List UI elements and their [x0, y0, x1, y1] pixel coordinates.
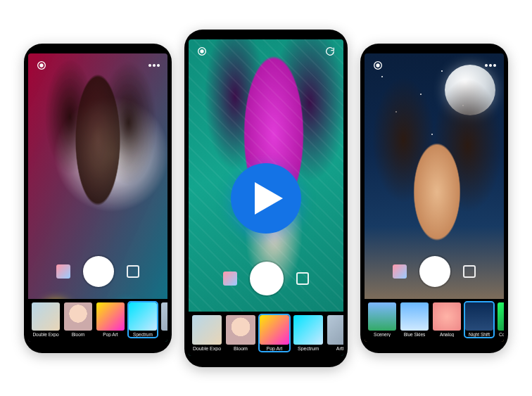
filter-thumbnail: [226, 315, 255, 345]
phone-left: Double ExpoBloomPop ArtSpectrumArtful: [24, 44, 172, 353]
svg-point-9: [485, 64, 488, 67]
phone-right: SceneryBlue SkiesAnalogNight ShiftComic …: [360, 44, 508, 353]
svg-point-2: [148, 64, 151, 67]
play-video-button[interactable]: [231, 163, 301, 234]
capture-controls: [189, 262, 343, 295]
filter-analog[interactable]: Analog: [432, 302, 462, 338]
filter-label: Spectrum: [133, 332, 153, 337]
capture-controls: [28, 256, 167, 287]
filter-artful[interactable]: Artful: [160, 302, 167, 338]
filter-label: Artful: [336, 346, 343, 351]
filter-pop-art[interactable]: Pop Art: [259, 314, 290, 352]
filter-thumbnail: [368, 302, 396, 331]
filter-label: Spectrum: [298, 346, 319, 351]
filter-label: Scenery: [374, 332, 391, 337]
shutter-button[interactable]: [83, 256, 114, 287]
filter-pop-art[interactable]: Pop Art: [96, 302, 125, 338]
filter-label: Bloom: [234, 346, 248, 351]
filter-bloom[interactable]: Bloom: [225, 314, 256, 352]
filter-bloom[interactable]: Bloom: [63, 302, 93, 338]
svg-point-3: [153, 64, 156, 67]
filter-blue-skies[interactable]: Blue Skies: [400, 302, 429, 338]
refresh-icon[interactable]: [324, 45, 336, 58]
filter-thumbnail: [129, 302, 157, 331]
shutter-button[interactable]: [419, 256, 450, 287]
aspect-toggle[interactable]: [296, 272, 309, 285]
filter-thumbnail: [260, 315, 289, 345]
filter-spectrum[interactable]: Spectrum: [293, 314, 324, 352]
filter-thumbnail: [64, 302, 92, 331]
target-icon[interactable]: [35, 59, 48, 72]
filter-thumbnail: [32, 302, 60, 331]
screen: SceneryBlue SkiesAnalogNight ShiftComic …: [365, 53, 504, 342]
filter-comic-skies[interactable]: Comic Skies: [497, 302, 504, 338]
more-icon[interactable]: [484, 59, 497, 72]
filter-thumbnail: [192, 315, 222, 345]
filter-thumbnail: [498, 302, 504, 331]
shutter-button[interactable]: [250, 262, 284, 295]
filter-thumbnail: [161, 302, 167, 331]
filter-label: Pop Art: [267, 346, 283, 351]
filter-label: Pop Art: [103, 332, 118, 337]
target-icon[interactable]: [196, 45, 208, 58]
gallery-thumbnail[interactable]: [223, 272, 237, 286]
gallery-thumbnail[interactable]: [393, 264, 407, 279]
gallery-thumbnail[interactable]: [56, 264, 70, 279]
filter-label: Bloom: [72, 332, 84, 337]
screen: Double ExpoBloomPop ArtSpectrumArtful: [28, 53, 167, 342]
filter-double-expo[interactable]: Double Expo: [31, 302, 61, 338]
filter-thumbnail: [327, 315, 343, 345]
filter-thumbnail: [96, 302, 125, 331]
filter-spectrum[interactable]: Spectrum: [128, 302, 158, 338]
filter-label: Analog: [440, 332, 454, 337]
filter-double-expo[interactable]: Double Expo: [191, 314, 222, 352]
filter-strip-left[interactable]: Double ExpoBloomPop ArtSpectrumArtful: [28, 299, 167, 342]
svg-point-10: [489, 64, 492, 67]
camera-topbar: [28, 56, 167, 75]
filter-label: Night Shift: [469, 332, 490, 337]
svg-point-8: [376, 64, 379, 67]
aspect-toggle[interactable]: [127, 265, 139, 278]
filter-night-shift[interactable]: Night Shift: [464, 302, 494, 338]
filter-thumbnail: [400, 302, 429, 331]
svg-point-6: [201, 50, 203, 53]
svg-point-1: [40, 64, 43, 67]
svg-marker-12: [255, 182, 283, 215]
filter-strip-center[interactable]: Double ExpoBloomPop ArtSpectrumArtful: [189, 312, 343, 356]
target-icon[interactable]: [372, 59, 384, 72]
filter-artful[interactable]: Artful: [327, 314, 343, 352]
camera-topbar: [365, 56, 504, 75]
filter-label: Double Expo: [32, 332, 58, 337]
filter-thumbnail: [293, 315, 323, 345]
filter-label: Comic Skies: [499, 332, 504, 337]
filter-thumbnail: [465, 302, 493, 331]
filter-label: Double Expo: [193, 346, 221, 351]
capture-controls: [365, 256, 504, 287]
filter-label: Blue Skies: [404, 332, 426, 337]
filter-scenery[interactable]: Scenery: [367, 302, 397, 338]
camera-topbar: [189, 42, 343, 60]
svg-point-4: [157, 64, 160, 67]
filter-thumbnail: [433, 302, 461, 331]
svg-point-11: [493, 64, 496, 67]
more-icon[interactable]: [148, 59, 160, 72]
filter-strip-right[interactable]: SceneryBlue SkiesAnalogNight ShiftComic …: [365, 299, 504, 342]
aspect-toggle[interactable]: [463, 265, 476, 278]
